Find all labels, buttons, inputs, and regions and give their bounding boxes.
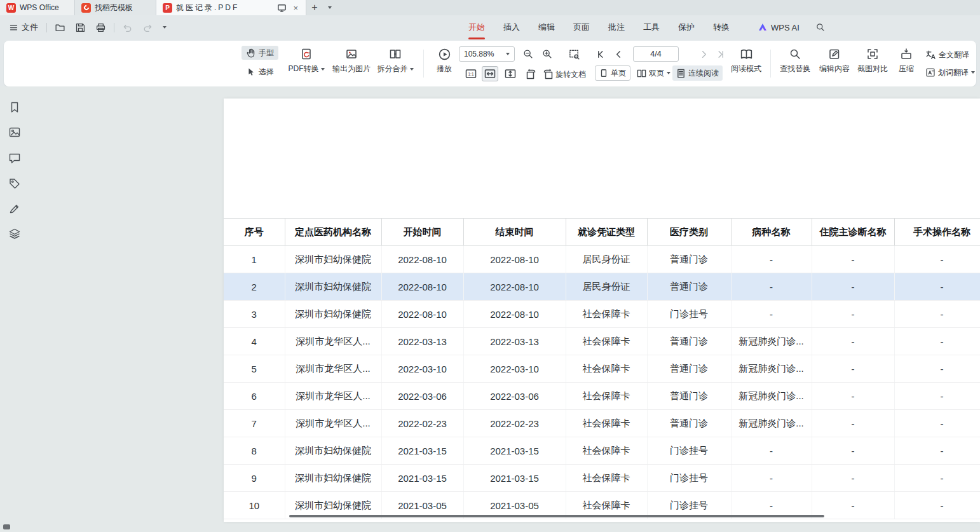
horizontal-scrollbar-thumb[interactable] (289, 515, 824, 517)
table-cell: 2021-03-15 (463, 437, 566, 465)
table-cell: 2022-08-10 (381, 246, 463, 273)
menu-tab-convert[interactable]: 转换 (713, 15, 730, 39)
table-cell: 社会保障卡 (566, 383, 647, 410)
table-cell: 2022-03-10 (463, 355, 566, 383)
play-button[interactable]: 播放 (431, 46, 458, 74)
read-mode-button[interactable]: 阅读模式 (728, 46, 764, 74)
hand-tool-button[interactable]: 手型 (242, 46, 278, 60)
record-table: 序号定点医药机构名称开始时间结束时间就诊凭证类型医疗类别病种名称住院主诊断名称手… (224, 218, 980, 519)
rotate-right-button[interactable] (540, 66, 557, 81)
tag-panel-button[interactable] (8, 177, 22, 191)
tab-list-chevron-icon[interactable] (323, 0, 337, 15)
find-replace-button[interactable]: 查找替换 (777, 46, 813, 74)
single-page-button[interactable]: 单页 (595, 65, 630, 81)
new-tab-button[interactable]: + (306, 0, 323, 15)
double-page-button[interactable]: 双页 (633, 65, 674, 81)
fit-page-button[interactable] (502, 66, 519, 81)
table-cell: 10 (224, 492, 285, 519)
menu-tab-edit[interactable]: 编辑 (538, 15, 555, 39)
table-row[interactable]: 4深圳市龙华区人...2022-03-132022-03-13社会保障卡普通门诊… (224, 328, 980, 355)
edit-content-button[interactable]: 编辑内容 (816, 46, 853, 74)
table-cell: 普通门诊 (647, 383, 731, 410)
next-page-button[interactable] (695, 46, 712, 62)
prev-page-button[interactable] (610, 46, 627, 62)
single-page-icon (599, 69, 608, 78)
table-row[interactable]: 7深圳市龙华区人...2022-02-232022-02-23社会保障卡普通门诊… (224, 410, 980, 437)
table-cell: - (812, 328, 894, 355)
save-button[interactable] (73, 20, 88, 35)
menu-tab-insert[interactable]: 插入 (503, 15, 520, 39)
zoom-out-button[interactable] (520, 46, 536, 62)
fit-width-button[interactable] (482, 66, 498, 81)
table-cell: 6 (224, 383, 285, 410)
open-button[interactable] (53, 20, 67, 35)
monitor-icon[interactable] (277, 3, 287, 13)
zoom-select[interactable]: 105.88% (459, 46, 515, 62)
split-merge-button[interactable]: 拆分合并 (375, 46, 416, 74)
export-image-button[interactable]: 输出为图片 (329, 46, 374, 74)
select-tool-button[interactable]: 选择 (242, 65, 278, 79)
bookmark-panel-button[interactable] (8, 100, 22, 114)
table-cell: - (812, 301, 894, 328)
full-translate-button[interactable]: 全文翻译 (922, 47, 973, 62)
chevron-down-icon (667, 72, 670, 74)
table-cell: 新冠肺炎门诊... (731, 383, 812, 410)
table-cell: 普通门诊 (647, 355, 731, 383)
table-row[interactable]: 6深圳市龙华区人...2022-03-062022-03-06社会保障卡普通门诊… (224, 383, 980, 410)
screenshot-compare-button[interactable]: 截图对比 (854, 46, 891, 74)
table-row[interactable]: 2深圳市妇幼保健院2022-08-102022-08-10居民身份证普通门诊--… (224, 273, 980, 301)
fit-page-icon (504, 67, 517, 80)
thumbnails-panel-button[interactable] (8, 125, 22, 139)
menubar: 文件 开始 (0, 15, 980, 39)
zoom-in-button[interactable] (539, 46, 555, 62)
status-corner-icon[interactable] (3, 524, 10, 529)
table-row[interactable]: 5深圳市龙华区人...2022-03-102022-03-10社会保障卡普通门诊… (224, 355, 980, 383)
table-row[interactable]: 9深圳市妇幼保健院2021-03-152021-03-15社会保障卡门诊挂号--… (224, 465, 980, 492)
layers-panel-button[interactable] (8, 227, 22, 241)
table-row[interactable]: 1深圳市妇幼保健院2022-08-102022-08-10居民身份证普通门诊--… (224, 246, 980, 273)
redo-button[interactable] (140, 20, 155, 35)
column-header: 病种名称 (731, 219, 812, 246)
hand-icon (246, 48, 256, 58)
signature-panel-button[interactable] (8, 201, 22, 215)
menu-tab-comment[interactable]: 批注 (608, 15, 625, 39)
tab-docer[interactable]: 找稻壳模板 (75, 0, 156, 15)
first-page-button[interactable] (592, 46, 609, 62)
column-header: 结束时间 (463, 219, 566, 246)
file-menu[interactable]: 文件 (6, 20, 41, 35)
wps-ai-button[interactable]: WPS AI (758, 22, 800, 32)
tab-wps-home[interactable]: W WPS Office (0, 0, 75, 15)
undo-history-chevron-icon[interactable] (161, 24, 168, 31)
table-cell: 3 (224, 301, 285, 328)
table-row[interactable]: 3深圳市妇幼保健院2022-08-102022-08-10社会保障卡门诊挂号--… (224, 301, 980, 328)
translate-icon (925, 50, 936, 60)
table-cell: 8 (224, 437, 285, 465)
menubar-right: WPS AI (758, 15, 827, 39)
close-icon[interactable]: × (292, 3, 299, 13)
menu-tab-protect[interactable]: 保护 (678, 15, 695, 39)
menu-tab-tools[interactable]: 工具 (643, 15, 660, 39)
compress-button[interactable]: 压缩 (892, 46, 920, 74)
menu-tab-page[interactable]: 页面 (573, 15, 590, 39)
last-page-button[interactable] (712, 46, 728, 62)
word-translate-button[interactable]: 划词翻译 (922, 65, 979, 80)
continuous-read-label: 连续阅读 (688, 68, 719, 79)
one-to-one-button[interactable]: 1:1 (463, 66, 479, 81)
marquee-zoom-button[interactable] (566, 46, 582, 62)
chevron-down-icon (506, 53, 510, 55)
continuous-read-button[interactable]: 连续阅读 (672, 65, 723, 81)
table-cell: 深圳市妇幼保健院 (285, 246, 381, 273)
rotate-left-button[interactable] (522, 66, 539, 81)
print-button[interactable] (93, 20, 108, 35)
pdf-convert-button[interactable]: PDF转换 (286, 46, 327, 74)
comment-panel-button[interactable] (8, 151, 22, 165)
tab-document[interactable]: P 就医记录.PDF × (156, 0, 306, 15)
rotate-doc-label[interactable]: 旋转文档 (555, 69, 586, 80)
page-indicator-input[interactable] (633, 46, 679, 62)
table-row[interactable]: 8深圳市妇幼保健院2021-03-152021-03-15社会保障卡门诊挂号--… (224, 437, 980, 465)
search-button[interactable] (813, 20, 827, 34)
undo-button[interactable] (120, 20, 135, 35)
table-cell: 2022-08-10 (463, 273, 566, 301)
menu-tab-home[interactable]: 开始 (468, 15, 485, 39)
rotate-left-icon (524, 67, 537, 80)
